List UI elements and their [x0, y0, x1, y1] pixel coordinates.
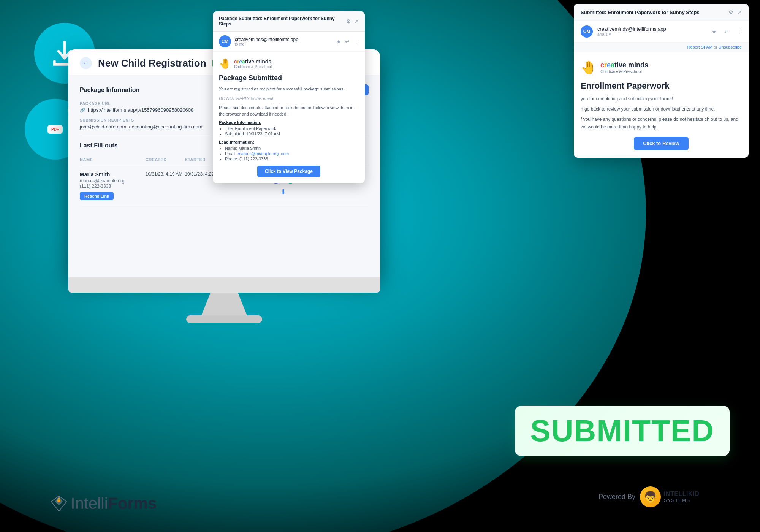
- col-name: NAME: [80, 157, 146, 162]
- lead-info-list: Name: Maria Smith Email: maria.s@example…: [219, 146, 359, 161]
- right-settings-icon[interactable]: ⚙: [728, 9, 733, 15]
- row-email: maria.s@example.org: [80, 178, 146, 184]
- lead-item-2: Phone: (111) 222-3333: [225, 157, 359, 161]
- email-popup-back: Package Submitted: Enrollment Paperwork …: [213, 11, 365, 183]
- right-sender-row: CM creativeminds@intelliforms.app aria.s…: [574, 21, 749, 43]
- email-panel-right: Submitted: Enrollment Paperwork for Sunn…: [574, 4, 749, 158]
- lead-info-label: Lead Information:: [219, 140, 359, 144]
- monitor-base: [186, 315, 262, 323]
- unsubscribe-link[interactable]: Unsubscribe: [719, 45, 742, 49]
- click-to-review-button[interactable]: Click to Review: [634, 137, 688, 150]
- row-created: 10/31/23, 4:19 AM: [146, 171, 185, 177]
- right-avatar: CM: [581, 25, 593, 38]
- right-body-2: n go back to review your submission or d…: [581, 106, 742, 113]
- svg-point-2: [57, 499, 60, 502]
- cm-hand-icon: 🤚: [219, 58, 231, 70]
- lead-item-0: Name: Maria Smith: [225, 146, 359, 150]
- report-spam-link[interactable]: Report SPAM: [687, 45, 712, 49]
- right-sender-name: creativeminds@intelliforms.app: [597, 26, 666, 32]
- sender-to: to me: [235, 42, 298, 46]
- email-back-actions: ⚙ ↗: [346, 18, 359, 24]
- right-sender-to: aria.s ▾: [597, 32, 666, 37]
- right-cm-sub: Childcare & Preschool: [600, 69, 648, 74]
- row-name-cell: Maria Smith maria.s@example.org (111) 22…: [80, 171, 146, 200]
- right-actions: ⚙ ↗: [728, 9, 742, 15]
- page-title: New Child Registration: [98, 57, 206, 69]
- email-logo: 🤚 creative minds Childcare & Preschool: [219, 58, 359, 70]
- package-info-list: Title: Enrollment Paperwork Submitted: 1…: [219, 126, 359, 136]
- download-icon-btn[interactable]: ⬇: [277, 186, 289, 198]
- lead-email-link[interactable]: maria.s@example.org .com: [238, 151, 289, 156]
- package-info-label: Package Information:: [219, 120, 359, 125]
- powered-by-text: Powered By: [598, 493, 635, 501]
- intelliforms-logo: IntelliForms: [49, 494, 157, 513]
- settings-icon[interactable]: ⚙: [346, 18, 351, 24]
- reply-icon[interactable]: ↩: [345, 38, 350, 44]
- cm-logo-sub: Childcare & Preschool: [234, 65, 272, 69]
- intelliforms-logo-icon: [49, 494, 68, 513]
- external-icon[interactable]: ↗: [354, 18, 359, 24]
- view-package-button[interactable]: Click to View Package: [257, 166, 320, 177]
- right-cm-hand: 🤚: [581, 60, 597, 75]
- lead-item-1: Email: maria.s@example.org .com: [225, 151, 359, 156]
- email-main-title: Package Submitted: [219, 74, 359, 82]
- sender-name: creativeminds@intelliforms.app: [235, 37, 298, 42]
- col-created: CREATED: [146, 157, 185, 162]
- right-subject: Submitted: Enrollment Paperwork for Sunn…: [581, 10, 700, 15]
- back-button[interactable]: ←: [80, 57, 92, 69]
- right-more-icon[interactable]: ⋮: [736, 28, 742, 35]
- right-reply-icon[interactable]: ↩: [724, 28, 729, 35]
- cm-logo-text: creative minds: [234, 59, 272, 65]
- monitor-body: [68, 277, 380, 293]
- sender-info: creativeminds@intelliforms.app to me: [235, 37, 298, 46]
- pkg-item-1: Submitted: 10/31/23, 7:01 AM: [225, 131, 359, 136]
- submitted-badge: SUBMITTED: [515, 406, 730, 456]
- email-sender-row: CM creativeminds@intelliforms.app to me …: [213, 32, 365, 52]
- spam-or: or: [714, 45, 719, 49]
- right-cm-text: creative minds: [600, 61, 648, 69]
- url-icon: 🔗: [80, 108, 86, 113]
- scene: PDF ← New Child Registration ACTIVE Pack…: [0, 0, 760, 532]
- more-icon[interactable]: ⋮: [353, 38, 359, 44]
- monitor-stand: [201, 293, 247, 315]
- right-star-icon[interactable]: ★: [712, 28, 717, 35]
- email-popup-back-header: Package Submitted: Enrollment Paperwork …: [213, 11, 365, 32]
- do-not-reply: DO NOT REPLY to this email: [219, 95, 359, 102]
- intelli-logo-text: IntelliForms: [71, 494, 157, 513]
- package-section-title: Package Information: [80, 87, 139, 93]
- email-body: 🤚 creative minds Childcare & Preschool P…: [213, 52, 365, 183]
- sender-avatar: CM: [219, 35, 231, 48]
- intellikid-text: INTELLIKID SYSTEMS: [664, 491, 699, 503]
- right-email-body: 🤚 creative minds Childcare & Preschool E…: [574, 52, 749, 158]
- right-sender-info: creativeminds@intelliforms.app aria.s ▾: [597, 26, 666, 37]
- email-intro: You are registered as recipient for succ…: [219, 86, 359, 92]
- right-logo: 🤚 creative minds Childcare & Preschool: [581, 60, 742, 75]
- pdf-label: PDF: [51, 127, 59, 131]
- resend-link-button[interactable]: Resend Link: [80, 192, 114, 200]
- right-body-3: f you have any questions or concerns, pl…: [581, 116, 742, 130]
- right-panel-header: Submitted: Enrollment Paperwork for Sunn…: [574, 4, 749, 21]
- right-body-1: you for completing and submitting your f…: [581, 95, 742, 103]
- star-icon[interactable]: ★: [336, 38, 341, 44]
- right-enroll-title: Enrollment Paperwork: [581, 81, 742, 91]
- powered-by: Powered By 👦 INTELLIKID SYSTEMS: [598, 486, 699, 507]
- email-back-subject: Package Submitted: Enrollment Paperwork …: [219, 16, 346, 27]
- row-name: Maria Smith: [80, 171, 146, 177]
- pkg-item-0: Title: Enrollment Paperwork: [225, 126, 359, 131]
- row-phone: (111) 222-3333: [80, 184, 146, 189]
- intellikid-icon: 👦: [640, 486, 661, 507]
- intellikid-logo: 👦 INTELLIKID SYSTEMS: [640, 486, 699, 507]
- spam-bar: Report SPAM or Unsubscribe: [574, 43, 749, 52]
- email-body-text: Please see documents attached or click t…: [219, 104, 359, 117]
- right-external-icon[interactable]: ↗: [737, 9, 742, 15]
